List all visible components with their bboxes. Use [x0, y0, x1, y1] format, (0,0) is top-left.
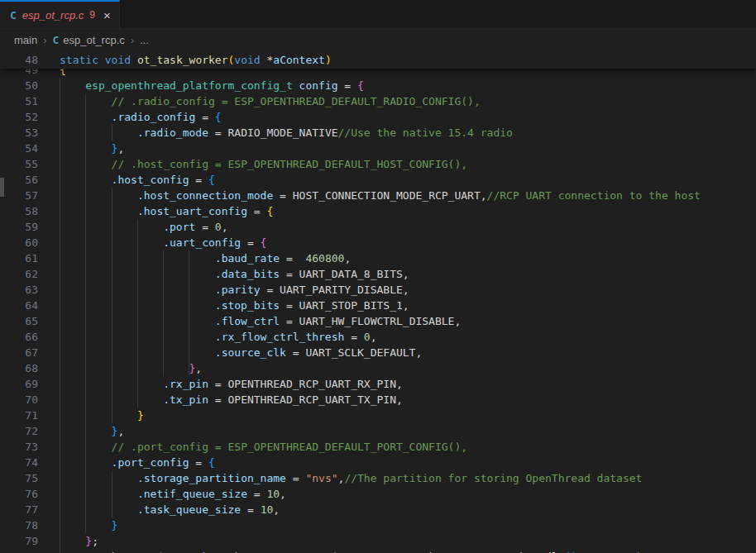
breadcrumb-item-main[interactable]: main [14, 34, 37, 46]
code-line[interactable]: 56.host_config = { [0, 172, 756, 188]
indent-guides [60, 502, 137, 517]
code-line[interactable]: 55// .host_config = ESP_OPENTHREAD_DEFAU… [0, 156, 756, 172]
token: esp_openthread_platform_config_t [85, 78, 292, 93]
line-number[interactable]: 57 [0, 188, 38, 203]
token: .port [163, 219, 195, 235]
token: .flow_ctrl [215, 313, 280, 329]
token: //Use the native 15.4 radio [338, 125, 513, 141]
breadcrumb-item-symbol-ellipsis[interactable]: ... [140, 34, 149, 46]
line-number[interactable]: 56 [0, 172, 38, 188]
indent-guides [60, 439, 112, 455]
indent-guides [60, 109, 112, 125]
token: ) [571, 549, 577, 553]
code-text: .host_config = { [60, 172, 215, 188]
line-number[interactable]: 75 [0, 470, 38, 486]
code-line[interactable]: 63.parity = UART_PARITY_DISABLE, [0, 282, 756, 298]
line-number[interactable]: 65 [0, 313, 38, 329]
code-text: .storage_partition_name = "nvs",//The pa… [60, 470, 642, 486]
left-sash-handle[interactable] [0, 178, 4, 197]
tab-close-icon[interactable]: × [103, 9, 111, 21]
line-number[interactable]: 55 [0, 156, 38, 172]
line-number[interactable]: 58 [0, 203, 38, 219]
line-number[interactable]: 54 [0, 141, 38, 156]
token: { [208, 455, 215, 470]
line-number[interactable]: 67 [0, 345, 38, 360]
line-number[interactable]: 51 [0, 93, 38, 109]
code-line[interactable]: 54}, [0, 141, 756, 156]
code-line[interactable]: 69.rx_pin = OPENTHREAD_RCP_UART_RX_PIN, [0, 376, 756, 392]
token: HOST_CONNECTION_MODE_RCP_UART, [293, 188, 487, 203]
line-number[interactable]: 79 [0, 533, 38, 549]
code-line[interactable]: 70.tx_pin = OPENTHREAD_RCP_UART_TX_PIN, [0, 392, 756, 408]
line-number[interactable]: 69 [0, 376, 38, 392]
token: 0 [364, 329, 371, 345]
indent-guides [60, 517, 112, 533]
indent-guides [60, 125, 137, 141]
code-line[interactable]: 77.task_queue_size = 10, [0, 502, 756, 517]
token: OPENTHREAD_RCP_UART_TX_PIN, [227, 392, 402, 408]
code-line[interactable]: 57.host_connection_mode = HOST_CONNECTIO… [0, 188, 756, 203]
code-lines[interactable]: 49{50esp_openthread_platform_config_t co… [0, 62, 756, 553]
line-number[interactable]: 50 [0, 78, 38, 93]
code-line[interactable]: 76.netif_queue_size = 10, [0, 486, 756, 502]
breadcrumb-item-file[interactable]: C esp_ot_rcp.c [53, 34, 125, 46]
code-line[interactable]: 78} [0, 517, 756, 533]
tab-esp-ot-rcp[interactable]: C esp_ot_rcp.c 9 × [0, 0, 120, 28]
code-line[interactable]: 62.data_bits = UART_DATA_8_BITS, [0, 266, 756, 282]
line-number[interactable]: 68 [0, 360, 38, 376]
token: NULL [610, 549, 635, 553]
code-line[interactable]: 51// .radio_config = ESP_OPENTHREAD_DEFA… [0, 93, 756, 109]
code-line[interactable]: 50esp_openthread_platform_config_t confi… [0, 78, 756, 93]
code-line[interactable]: 67.source_clk = UART_SCLK_DEFAULT, [0, 345, 756, 360]
line-number[interactable]: 52 [0, 109, 38, 125]
code-line[interactable]: 73// .port_config = ESP_OPENTHREAD_DEFAU… [0, 439, 756, 455]
breadcrumb: main › C esp_ot_rcp.c › ... [0, 29, 756, 50]
line-number[interactable]: 70 [0, 392, 38, 408]
token: void [234, 52, 260, 68]
code-line[interactable]: 48static void ot_task_worker(void *aCont… [0, 52, 756, 68]
line-number[interactable]: 62 [0, 266, 38, 282]
line-number[interactable]: 77 [0, 502, 38, 517]
code-text: }, [60, 423, 124, 439]
code-line[interactable]: 79}; [0, 533, 756, 549]
code-line[interactable]: 53.radio_mode = RADIO_MODE_NATIVE//Use t… [0, 125, 756, 141]
code-line[interactable]: 71} [0, 408, 756, 423]
code-line[interactable]: 65.flow_ctrl = UART_HW_FLOWCTRL_DISABLE, [0, 313, 756, 329]
token: , [338, 470, 345, 486]
line-number[interactable]: 76 [0, 486, 38, 502]
token: ) [325, 52, 332, 68]
line-number[interactable]: 64 [0, 298, 38, 313]
code-line[interactable]: 72}, [0, 423, 756, 439]
code-text: } [60, 408, 144, 423]
line-number[interactable]: 71 [0, 408, 38, 423]
line-number[interactable]: 78 [0, 517, 38, 533]
token: void [105, 52, 131, 68]
line-number[interactable]: 60 [0, 235, 38, 250]
code-line[interactable]: 66.rx_flow_ctrl_thresh = 0, [0, 329, 756, 345]
line-number[interactable]: 80 [0, 549, 38, 553]
code-line[interactable]: 64.stop_bits = UART_STOP_BITS_1, [0, 298, 756, 313]
line-number[interactable]: 61 [0, 250, 38, 266]
line-number[interactable]: 48 [0, 52, 38, 68]
line-number[interactable]: 72 [0, 423, 38, 439]
code-line[interactable]: 58.host_uart_config = { [0, 203, 756, 219]
sticky-scroll-line[interactable]: 48static void ot_task_worker(void *aCont… [0, 50, 756, 69]
code-line[interactable]: 60.uart_config = { [0, 235, 756, 250]
editor-code-area[interactable]: 48static void ot_task_worker(void *aCont… [0, 50, 756, 553]
code-line[interactable]: 74.port_config = { [0, 455, 756, 470]
line-number[interactable]: 73 [0, 439, 38, 455]
code-line[interactable]: 59.port = 0, [0, 219, 756, 235]
line-number[interactable]: 74 [0, 455, 38, 470]
token: UART_PARITY_DISABLE, [280, 282, 409, 298]
code-line[interactable]: 61.baud_rate = 460800, [0, 250, 756, 266]
line-number[interactable]: 59 [0, 219, 38, 235]
line-number[interactable]: 66 [0, 329, 38, 345]
code-line[interactable]: 80xTaskCreate(ot_task_worker, "ot_rcp_ma… [0, 549, 756, 553]
line-number[interactable]: 53 [0, 125, 38, 141]
code-line[interactable]: 75.storage_partition_name = "nvs",//The … [0, 470, 756, 486]
token: .source_clk [215, 345, 286, 360]
code-line[interactable]: 68}, [0, 360, 756, 376]
indent-guides [60, 376, 163, 392]
code-line[interactable]: 52.radio_config = { [0, 109, 756, 125]
line-number[interactable]: 63 [0, 282, 38, 298]
